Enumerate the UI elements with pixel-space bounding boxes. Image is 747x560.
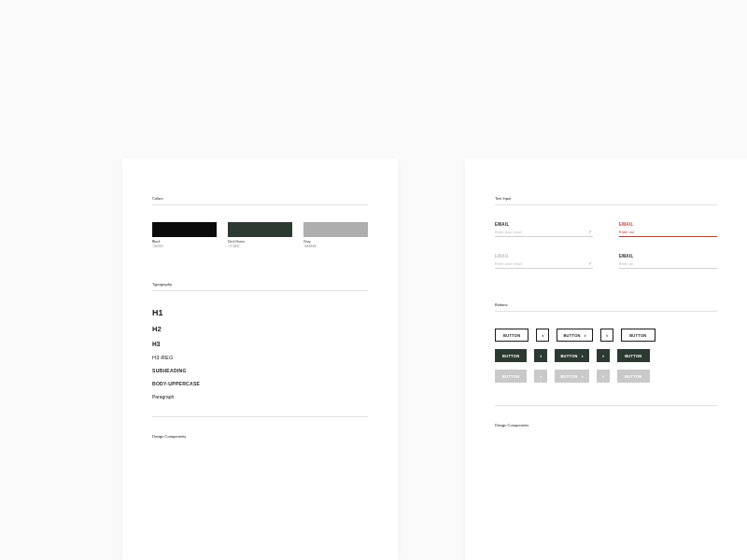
button-primary-icon[interactable]: ‹ [597,349,610,362]
swatch-grey: Grey #AEAEAE [303,222,368,248]
type-h3: H3 [152,341,368,347]
section-title-colors: Colors [152,196,368,201]
styleguide-artboard-colors-typo: Colors Black #000000 Dark Green #2C3A32 … [122,159,398,560]
chevron-right-icon: › [582,373,584,379]
field-label: EMAIL [495,222,593,227]
check-icon: ✓ [588,261,593,266]
chevron-left-icon: ‹ [606,332,608,338]
button-disabled-with-icon: BUTTON› [555,370,589,383]
field-placeholder: Enter val [619,230,634,234]
email-field[interactable]: Enter your email ✓ [495,230,593,237]
section-title-buttons: Buttons [495,302,717,307]
chevron-right-icon: › [542,332,543,338]
chevron-right-icon: › [582,353,584,358]
chevron-right-icon: › [540,353,542,358]
email-field[interactable]: Enter your email ✓ [495,261,593,269]
divider [495,405,717,406]
button-outline-with-icon[interactable]: BUTTON› [557,329,593,342]
swatch-name: Grey [303,240,368,244]
button-disabled-icon: ‹ [597,370,610,383]
swatch-dark-green: Dark Green #2C3A32 [228,222,292,248]
chevron-right-icon: › [540,373,542,379]
text-input-examples: EMAIL Enter your email ✓ EMAIL Enter val… [495,222,717,269]
button-primary[interactable]: BUTTON [495,349,527,362]
button-row-outline: BUTTON › BUTTON› ‹ BUTTON [495,329,717,342]
divider [152,416,368,417]
type-subheading: SUBHEADING [152,368,368,373]
chevron-left-icon: ‹ [602,353,604,358]
button-disabled: BUTTON [495,370,527,383]
swatch-chip-grey [303,222,368,237]
field-label: EMAIL [495,254,593,259]
type-h3-regular: H3-REG [152,355,368,360]
section-title-inputs: Text Input [495,196,717,201]
footer-label: Design Components [495,423,717,427]
button-outline-icon[interactable]: ‹ [600,329,613,342]
button-primary-icon[interactable]: › [534,349,547,362]
email-field[interactable]: Enter yo [619,261,717,269]
input-error: EMAIL Enter val [619,222,717,237]
styleguide-artboard-inputs-buttons: Text Input EMAIL Enter your email ✓ EMAI… [465,159,747,560]
chevron-left-icon: ‹ [602,373,604,379]
button-outline[interactable]: BUTTON [621,329,655,342]
divider [152,290,368,291]
color-swatches: Black #000000 Dark Green #2C3A32 Grey #A… [152,222,368,248]
field-placeholder: Enter your email [495,230,522,234]
input-disabled: EMAIL Enter yo [619,254,717,269]
type-paragraph: Paragraph [152,394,368,399]
field-placeholder: Enter yo [619,261,633,266]
swatch-black: Black #000000 [152,222,217,248]
button-disabled-icon: › [534,370,547,383]
button-primary[interactable]: BUTTON [617,349,649,362]
swatch-name: Black [152,240,217,244]
button-row-disabled: BUTTON › BUTTON› ‹ BUTTON [495,370,717,383]
swatch-hex: #000000 [152,245,217,248]
footer-label: Design Components [152,434,368,439]
swatch-chip-black [152,222,217,237]
input-default: EMAIL Enter your email ✓ [495,222,593,237]
typography-samples: H1 H2 H3 H3-REG SUBHEADING BODY-UPPERCAS… [152,308,368,399]
check-icon: ✓ [588,230,593,234]
field-label: EMAIL [619,254,717,259]
chevron-right-icon: › [585,332,586,338]
button-outline-icon[interactable]: › [536,329,549,342]
type-h1: H1 [152,308,368,317]
divider [152,204,368,205]
swatch-hex: #AEAEAE [303,245,368,248]
divider [495,311,717,312]
input-secondary: EMAIL Enter your email ✓ [495,254,593,269]
section-title-typography: Typography [152,282,368,287]
swatch-name: Dark Green [228,240,292,244]
divider [495,204,717,205]
button-outline[interactable]: BUTTON [495,329,529,342]
field-placeholder: Enter your email [495,261,522,266]
swatch-hex: #2C3A32 [228,245,292,248]
email-field[interactable]: Enter val [619,230,717,237]
type-body-upper: BODY-UPPERCASE [152,381,368,386]
button-disabled: BUTTON [617,370,649,383]
button-primary-with-icon[interactable]: BUTTON› [555,349,589,362]
field-label: EMAIL [619,222,717,227]
type-h2: H2 [152,325,368,333]
button-row-solid: BUTTON › BUTTON› ‹ BUTTON [495,349,717,362]
swatch-chip-green [228,222,292,237]
